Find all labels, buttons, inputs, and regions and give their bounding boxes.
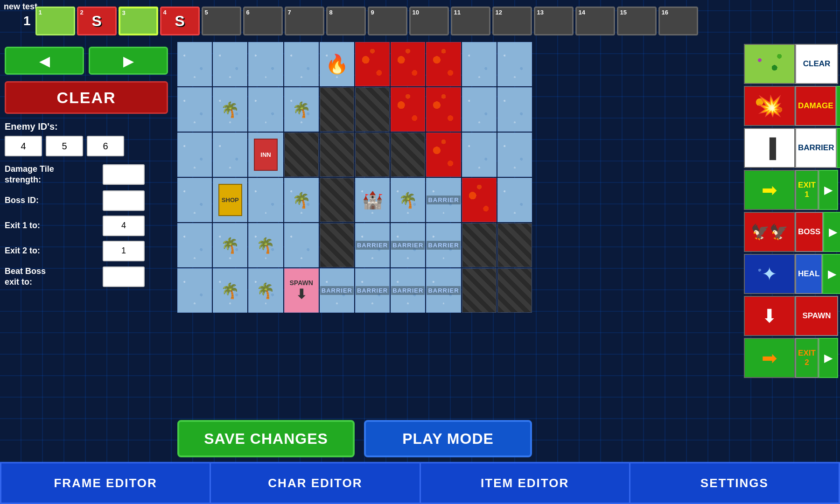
tile-r2c3[interactable] [248,87,283,132]
tile-r3c8[interactable] [426,133,461,177]
tile-r6c10[interactable] [497,268,532,313]
tool-exit2-arrow[interactable]: ▶ [819,338,838,378]
tile-r4c8[interactable]: BARRIER [426,178,461,222]
tile-r6c9[interactable] [462,268,497,313]
tile-r5c7[interactable]: BARRIER [391,223,425,267]
map-tab-7[interactable]: 7 [285,7,324,35]
tool-spawn-button[interactable]: SPAWN [795,296,838,336]
prev-button[interactable]: ◀ [5,47,84,75]
tile-r3c7[interactable] [391,133,425,177]
tile-r6c6[interactable]: BARRIER [355,268,390,313]
enemy-id-1[interactable] [5,136,42,156]
map-tab-6[interactable]: 6 [243,7,283,35]
tile-r5c6[interactable]: BARRIER [355,223,390,267]
tile-r2c8[interactable] [426,87,461,132]
tile-r4c5[interactable] [320,178,354,222]
map-tab-13[interactable]: 13 [534,7,574,35]
map-tab-10[interactable]: 10 [409,7,449,35]
tile-r3c6[interactable] [355,133,390,177]
map-tab-11[interactable]: 11 [451,7,490,35]
tile-r4c7[interactable]: 🌴 [391,178,425,222]
tile-r2c9[interactable] [462,87,497,132]
tool-damage-arrow[interactable]: ▶ [836,86,840,126]
tile-r5c1[interactable] [177,223,212,267]
tile-r4c10[interactable] [497,178,532,222]
tile-r6c1[interactable] [177,268,212,313]
tile-r3c3[interactable]: INN [248,133,283,177]
tile-r1c2[interactable] [213,42,247,86]
tool-barrier-arrow[interactable]: ▶ [837,128,840,168]
tile-r2c4[interactable]: 🌴 [284,87,319,132]
map-tab-16[interactable]: 16 [658,7,698,35]
settings-button[interactable]: SETTINGS [629,462,840,504]
tile-r1c4[interactable] [284,42,319,86]
tile-r4c1[interactable] [177,178,212,222]
tile-r4c3[interactable] [248,178,283,222]
tile-r1c3[interactable] [248,42,283,86]
tile-r4c4[interactable]: 🌴 [284,178,319,222]
tile-r3c9[interactable] [462,133,497,177]
boss-id-input[interactable] [103,190,145,211]
tile-r1c5[interactable]: 🔥 [320,42,354,86]
play-mode-button[interactable]: PLAY MODE [364,420,532,457]
tile-r1c7[interactable] [391,42,425,86]
tile-r1c10[interactable] [497,42,532,86]
tool-barrier-button[interactable]: BARRIER [795,128,837,168]
enemy-id-2[interactable] [46,136,83,156]
tile-r2c10[interactable] [497,87,532,132]
beat-boss-input[interactable] [103,266,145,287]
exit2-input[interactable] [103,241,145,261]
tile-r3c1[interactable] [177,133,212,177]
tile-r2c1[interactable] [177,87,212,132]
tool-heal-button[interactable]: HEAL [795,254,822,294]
tool-exit1-button[interactable]: EXIT1 [795,170,819,210]
tool-clear-button[interactable]: CLEAR [795,44,838,84]
tile-r5c3[interactable]: 🌴 [248,223,283,267]
tile-r1c9[interactable] [462,42,497,86]
tile-r2c5[interactable] [320,87,354,132]
exit1-input[interactable] [103,216,145,236]
tile-r5c9[interactable] [462,223,497,267]
tile-r1c1[interactable] [177,42,212,86]
map-tab-15[interactable]: 15 [617,7,657,35]
tile-r2c7[interactable] [391,87,425,132]
next-button[interactable]: ▶ [89,47,168,75]
frame-editor-button[interactable]: FRAME EDITOR [0,462,210,504]
tile-r3c2[interactable] [213,133,247,177]
tile-r5c5[interactable] [320,223,354,267]
tile-r6c7[interactable]: BARRIER [391,268,425,313]
tile-r2c6[interactable] [355,87,390,132]
map-tab-4[interactable]: S 4 [160,7,200,35]
tool-heal-arrow[interactable]: ▶ [822,254,840,294]
map-tab-5[interactable]: 5 [202,7,241,35]
tile-r3c10[interactable] [497,133,532,177]
enemy-id-3[interactable] [87,136,124,156]
tile-r5c8[interactable]: BARRIER [426,223,461,267]
tool-exit1-arrow[interactable]: ▶ [819,170,838,210]
item-editor-button[interactable]: ITEM EDITOR [420,462,629,504]
map-tab-9[interactable]: 9 [368,7,407,35]
tile-r2c2[interactable]: 🌴 [213,87,247,132]
map-tab-8[interactable]: 8 [326,7,366,35]
map-tab-12[interactable]: 12 [492,7,532,35]
tool-damage-button[interactable]: DAMAGE [795,86,836,126]
tile-r6c4[interactable]: SPAWN ⬇ [284,268,319,313]
clear-button[interactable]: CLEAR [5,81,168,114]
damage-tile-input[interactable] [103,164,145,185]
tile-r3c4[interactable] [284,133,319,177]
map-tab-1[interactable]: 1 [35,7,75,35]
map-tab-3[interactable]: 3 [119,7,158,35]
tile-r6c3[interactable]: 🌴 [248,268,283,313]
tile-r6c2[interactable]: 🌴 [213,268,247,313]
tile-r4c2[interactable]: SHOP [213,178,247,222]
tile-r5c10[interactable] [497,223,532,267]
tool-boss-button[interactable]: BOSS [795,212,823,252]
tile-r1c6[interactable] [355,42,390,86]
save-changes-button[interactable]: SAVE CHANGES [177,420,355,457]
tile-r4c6[interactable]: 🏰 [355,178,390,222]
tile-r3c5[interactable] [320,133,354,177]
tile-r4c9[interactable] [462,178,497,222]
char-editor-button[interactable]: CHAR EDITOR [210,462,419,504]
tool-exit2-button[interactable]: EXIT2 [795,338,819,378]
tile-r5c2[interactable]: 🌴 [213,223,247,267]
